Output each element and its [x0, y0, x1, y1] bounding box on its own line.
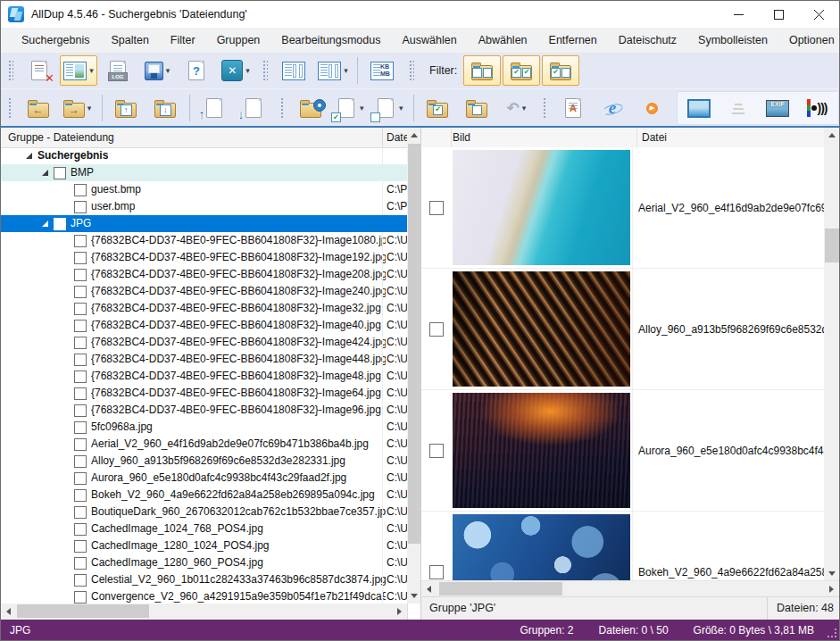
duplicates-vertical-scrollbar[interactable]	[824, 128, 839, 581]
tree-row-file[interactable]: {76832BC4-DD37-4BE0-9FEC-BB6041808F32}-I…	[1, 351, 407, 368]
toolbar-grip[interactable]	[408, 59, 414, 82]
tree-header-file-column[interactable]: Datei	[382, 128, 407, 147]
checkbox[interactable]	[429, 565, 444, 579]
tree-row-file[interactable]: {76832BC4-DD37-4BE0-9FEC-BB6041808F32}-I…	[1, 232, 407, 249]
checkbox[interactable]	[74, 523, 87, 536]
thumbnail-blue-bokeh[interactable]	[453, 514, 630, 581]
tree-header[interactable]: Gruppe - Dateiendung Datei	[1, 128, 407, 148]
checkbox[interactable]	[74, 574, 87, 587]
undo-button[interactable]: ↶ ▾	[497, 93, 535, 123]
file-down-button[interactable]: ↓	[235, 93, 272, 123]
checkbox[interactable]	[74, 455, 87, 468]
scroll-right-arrow[interactable]	[392, 604, 407, 619]
checkbox[interactable]	[54, 167, 66, 179]
scroll-down-arrow[interactable]	[824, 566, 839, 581]
tree-row-file[interactable]: CachedImage_1024_768_POS4.jpgC:\U	[1, 520, 407, 537]
checkbox[interactable]	[429, 444, 444, 458]
dropdown-arrow-icon[interactable]: ▾	[89, 66, 94, 75]
tree-row-file[interactable]: {76832BC4-DD37-4BE0-9FEC-BB6041808F32}-I…	[1, 402, 407, 419]
menu-spalten[interactable]: Spalten	[100, 28, 159, 53]
expander-icon[interactable]	[26, 153, 32, 159]
open-image-viewer-button[interactable]	[680, 93, 718, 123]
duplicate-row[interactable]: Bokeh_V2_960_4a9e6622fd62a84a258eb269895…	[421, 512, 824, 581]
size-format-button[interactable]: KBMB	[363, 55, 401, 86]
tree-row-group-jpg-selected[interactable]: JPG	[1, 215, 407, 232]
checkbox[interactable]	[74, 540, 87, 553]
expander-icon[interactable]	[42, 170, 48, 176]
checkbox[interactable]	[74, 286, 87, 298]
tree-row-file[interactable]: CachedImage_1280_1024_POS4.jpgC:\U	[1, 537, 407, 554]
dropdown-arrow-icon[interactable]: ▾	[344, 66, 348, 75]
checkbox[interactable]	[74, 337, 87, 349]
duplicates-header[interactable]: Bild Datei	[421, 128, 824, 148]
open-media-player-button[interactable]: ▶	[633, 93, 670, 123]
dropdown-arrow-icon[interactable]: ▾	[522, 104, 527, 112]
deselect-file-button[interactable]: ▾	[370, 93, 408, 123]
menu-dateischutz[interactable]: Dateischutz	[608, 28, 687, 53]
show-exif-button[interactable]: EXIF	[759, 93, 796, 123]
menu-optionen[interactable]: Optionen	[778, 28, 840, 53]
filter-some-selected-button[interactable]: ✔	[542, 55, 579, 86]
menu-entfernen[interactable]: Entfernen	[538, 28, 608, 53]
group-down-button[interactable]: ↓	[146, 93, 184, 123]
scroll-right-arrow[interactable]	[824, 581, 839, 596]
tree-row-file[interactable]: Celestial_V2_960_1b011c282433a37463b96c8…	[1, 571, 407, 588]
menu-auswaehlen[interactable]: Auswählen	[391, 28, 467, 53]
menu-suchergebnis[interactable]: Suchergebnis	[11, 28, 100, 53]
close-button[interactable]	[799, 1, 839, 28]
filter-all-selected-button[interactable]: ✔✔	[503, 55, 540, 86]
select-folder-button[interactable]: ✔	[419, 93, 456, 123]
deselect-folder-button[interactable]	[458, 93, 495, 123]
thumbnail-aurora-glow[interactable]	[453, 393, 630, 508]
duplicate-row[interactable]: Alloy_960_a913b5f968269f69c6e8532d3e2823…	[421, 269, 824, 390]
file-column-header[interactable]: Datei	[636, 128, 667, 147]
help-button[interactable]: ?	[178, 55, 215, 86]
tree-row-file[interactable]: Aerial_V2_960_e4f16d9ab2de9e07fc69b471b3…	[1, 436, 407, 453]
checkbox[interactable]	[74, 557, 87, 570]
checkbox[interactable]	[74, 591, 87, 604]
menu-symbolleisten[interactable]: Symbolleisten	[687, 28, 778, 53]
tree-row-file[interactable]: {76832BC4-DD37-4BE0-9FEC-BB6041808F32}-I…	[1, 385, 407, 402]
thumbnail-alloy-stripes[interactable]	[453, 271, 630, 387]
checkbox[interactable]	[74, 303, 87, 315]
dropdown-arrow-icon[interactable]: ▾	[166, 66, 170, 75]
checkbox[interactable]	[74, 354, 87, 366]
scrollbar-thumb[interactable]	[825, 229, 840, 262]
scroll-up-arrow[interactable]	[407, 128, 420, 143]
checkbox[interactable]	[74, 404, 87, 417]
minimize-button[interactable]	[719, 1, 759, 28]
tree-row-file[interactable]: {76832BC4-DD37-4BE0-9FEC-BB6041808F32}-I…	[1, 317, 407, 334]
checkbox[interactable]	[74, 472, 87, 485]
duplicate-row[interactable]: Aurora_960_e5e180d0afc4c9938bc4f43c29faa…	[421, 390, 824, 512]
checkbox[interactable]	[74, 201, 87, 213]
tree-row-root[interactable]: Suchergebnis	[1, 147, 407, 164]
toolbar-grip[interactable]	[7, 96, 12, 120]
checkbox[interactable]	[54, 218, 66, 230]
duplicates-horizontal-scrollbar[interactable]	[421, 580, 839, 597]
checkbox[interactable]	[429, 322, 444, 337]
scrollbar-thumb[interactable]	[408, 144, 421, 544]
tree-horizontal-scrollbar[interactable]	[1, 604, 407, 620]
scroll-up-arrow[interactable]	[824, 128, 839, 143]
checkbox[interactable]	[429, 201, 444, 215]
dropdown-arrow-icon[interactable]: ▾	[245, 66, 250, 75]
group-up-button[interactable]: ↑	[107, 93, 145, 123]
checkbox[interactable]	[74, 421, 87, 434]
checkbox[interactable]	[74, 489, 87, 502]
tree-vertical-scrollbar[interactable]	[407, 128, 420, 604]
play-audio-button[interactable]: )))	[798, 93, 836, 123]
tree-row-file[interactable]: Aurora_960_e5e180d0afc4c9938bc4f43c29faa…	[1, 470, 407, 487]
tree-row-file[interactable]: {76832BC4-DD37-4BE0-9FEC-BB6041808F32}-I…	[1, 334, 407, 351]
open-browser-button[interactable]: e	[594, 93, 631, 123]
resize-grip[interactable]	[827, 628, 837, 638]
expander-icon[interactable]	[42, 221, 48, 227]
tree-row-file[interactable]: {76832BC4-DD37-4BE0-9FEC-BB6041808F32}-I…	[1, 283, 407, 300]
menu-bearbeitungsmodus[interactable]: Bearbeitungsmodus	[270, 28, 391, 53]
tree-row-file[interactable]: Convergence_V2_960_a4291915a9e359b054f1e…	[1, 588, 407, 604]
tree-row-file[interactable]: {76832BC4-DD37-4BE0-9FEC-BB6041808F32}-I…	[1, 368, 407, 385]
close-window-button[interactable]: ✕ ▾	[217, 55, 254, 86]
menu-abwaehlen[interactable]: Abwählen	[468, 28, 538, 53]
filter-none-selected-button[interactable]	[463, 55, 501, 86]
checkbox[interactable]	[74, 252, 87, 264]
next-group-button[interactable]: → ▾	[59, 93, 96, 123]
